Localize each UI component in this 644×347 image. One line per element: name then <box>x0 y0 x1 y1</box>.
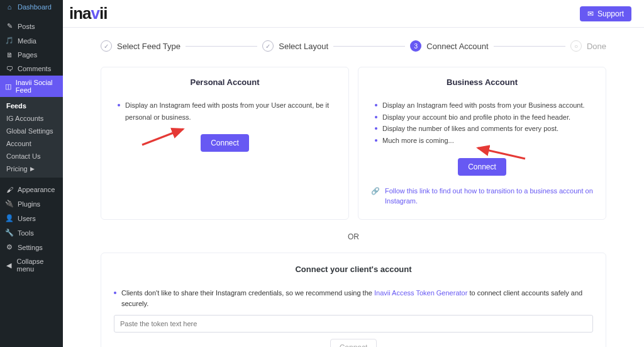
bullet: Display the number of likes and comments… <box>375 123 593 135</box>
users-icon: 👤 <box>5 214 14 222</box>
connect-business-button[interactable]: Connect <box>458 158 506 176</box>
sidebar-label: Users <box>18 215 36 222</box>
dashboard-icon: ⌂ <box>5 3 14 11</box>
bullet: Display an Instagram feed with posts fro… <box>118 100 336 123</box>
submenu-pricing[interactable]: Pricing▶ <box>0 162 63 175</box>
connect-token-button[interactable]: Connect <box>330 339 377 347</box>
submenu-account[interactable]: Account <box>0 137 63 150</box>
sidebar-item-comments[interactable]: 🗨 Comments <box>0 62 63 76</box>
step-label: Done <box>587 42 606 51</box>
bullet: Much more is coming... <box>375 135 593 147</box>
business-transition-link[interactable]: 🔗 Follow this link to find out how to tr… <box>371 186 593 207</box>
step-2[interactable]: ✓ Select Layout <box>262 40 328 52</box>
support-button[interactable]: ✉ Support <box>580 6 631 21</box>
sidebar-item-appearance[interactable]: 🖌 Appearance <box>0 183 63 196</box>
admin-sidebar: ⌂ Dashboard ✎ Posts 🎵 Media 🗎 Pages 🗨 Co… <box>0 0 63 347</box>
client-description: Clients don't like to share their Instag… <box>114 288 593 310</box>
submenu-feeds[interactable]: Feeds <box>0 100 63 112</box>
link-icon: 🔗 <box>371 186 380 207</box>
submenu-contact-us[interactable]: Contact Us <box>0 150 63 162</box>
collapse-icon: ◀ <box>5 261 13 270</box>
sliders-icon: ⚙ <box>5 243 14 251</box>
sidebar-item-posts[interactable]: ✎ Posts <box>0 19 63 33</box>
step-label: Select Layout <box>279 42 328 51</box>
token-input[interactable] <box>114 315 593 333</box>
sidebar-label: Appearance <box>18 186 55 193</box>
sidebar-label: Pages <box>18 51 37 59</box>
sidebar-item-pages[interactable]: 🗎 Pages <box>0 48 63 62</box>
chevron-right-icon: ▶ <box>30 166 35 172</box>
bullet: Display your account bio and profile pho… <box>375 111 593 123</box>
card-title: Connect your client's account <box>114 265 593 274</box>
card-title: Business Account <box>371 77 593 87</box>
or-divider: OR <box>101 232 606 241</box>
support-label: Support <box>597 9 624 18</box>
step-number: 3 <box>410 40 421 52</box>
plug-icon: 🔌 <box>5 200 14 208</box>
main-content: inavii ✉ Support ✓ Select Feed Type ✓ Se… <box>63 0 644 347</box>
stepper-line <box>333 46 405 47</box>
wizard-stepper: ✓ Select Feed Type ✓ Select Layout 3 Con… <box>101 40 606 52</box>
instagram-icon: ◫ <box>5 82 12 91</box>
sidebar-submenu: Feeds IG Accounts Global Settings Accoun… <box>0 97 63 178</box>
pages-icon: 🗎 <box>5 51 14 59</box>
comments-icon: 🗨 <box>5 65 14 72</box>
sidebar-item-users[interactable]: 👤 Users <box>0 211 63 225</box>
sidebar-label: Comments <box>18 65 51 72</box>
logo: inavii <box>69 4 108 23</box>
sidebar-label: Posts <box>18 23 35 30</box>
wrench-icon: 🔧 <box>5 229 14 237</box>
sidebar-label: Inavii Social Feed <box>16 79 58 94</box>
step-label: Connect Account <box>426 42 488 51</box>
client-account-card: Connect your client's account Clients do… <box>101 253 606 347</box>
annotation-arrow <box>139 123 189 148</box>
submenu-ig-accounts[interactable]: IG Accounts <box>0 112 63 125</box>
sidebar-item-inavii[interactable]: ◫ Inavii Social Feed <box>0 76 63 97</box>
media-icon: 🎵 <box>5 37 14 45</box>
sidebar-collapse[interactable]: ◀ Collapse menu <box>0 254 63 276</box>
sidebar-item-dashboard[interactable]: ⌂ Dashboard <box>0 0 63 14</box>
stepper-line <box>494 46 565 47</box>
circle-icon: ○ <box>570 40 582 52</box>
sidebar-label: Media <box>18 37 36 45</box>
svg-line-0 <box>142 129 183 145</box>
personal-account-card: Personal Account Display an Instagram fe… <box>101 67 349 220</box>
stepper-line <box>186 46 257 47</box>
mail-icon: ✉ <box>587 9 594 18</box>
sidebar-item-plugins[interactable]: 🔌 Plugins <box>0 196 63 211</box>
step-4[interactable]: ○ Done <box>570 40 606 52</box>
sidebar-label: Plugins <box>18 200 40 208</box>
topbar: inavii ✉ Support <box>63 0 644 28</box>
brush-icon: 🖌 <box>5 186 14 193</box>
link-text: Follow this link to find out how to tran… <box>385 186 593 207</box>
sidebar-label: Collapse menu <box>17 258 58 273</box>
pin-icon: ✎ <box>5 22 14 30</box>
svg-line-1 <box>478 148 525 159</box>
business-account-card: Business Account Display an Instagram fe… <box>358 67 606 220</box>
sidebar-item-settings[interactable]: ⚙ Settings <box>0 240 63 254</box>
step-1[interactable]: ✓ Select Feed Type <box>101 40 180 52</box>
bullet: Display an Instagram feed with posts fro… <box>375 100 593 111</box>
step-label: Select Feed Type <box>117 42 180 51</box>
connect-personal-button[interactable]: Connect <box>201 134 249 152</box>
sidebar-item-tools[interactable]: 🔧 Tools <box>0 225 63 240</box>
check-icon: ✓ <box>262 40 274 52</box>
check-icon: ✓ <box>101 40 112 52</box>
token-generator-link[interactable]: Inavii Access Token Generator <box>374 289 467 297</box>
card-title: Personal Account <box>114 77 336 87</box>
step-3[interactable]: 3 Connect Account <box>410 40 488 52</box>
submenu-global-settings[interactable]: Global Settings <box>0 125 63 137</box>
sidebar-label: Tools <box>18 229 34 237</box>
sidebar-label: Settings <box>18 244 43 251</box>
sidebar-item-media[interactable]: 🎵 Media <box>0 33 63 48</box>
sidebar-label: Dashboard <box>18 3 52 11</box>
